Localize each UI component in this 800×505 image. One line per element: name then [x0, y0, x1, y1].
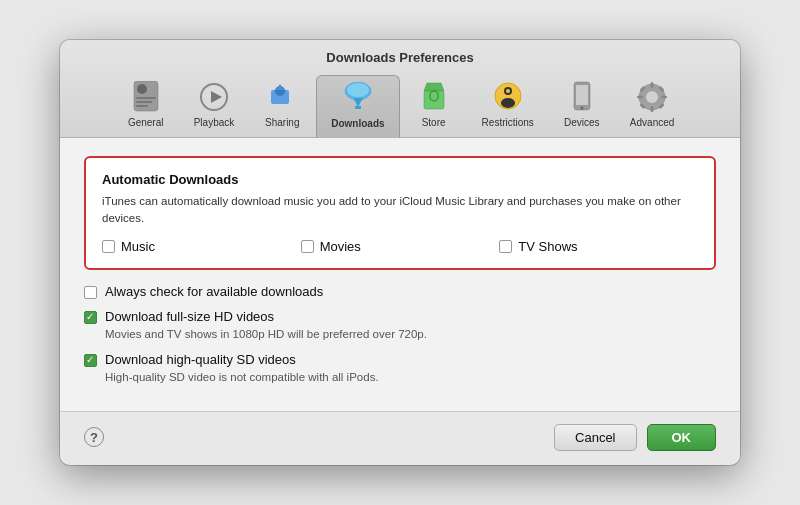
svg-rect-13 [355, 106, 361, 109]
toolbar: General Playback [92, 75, 709, 137]
svg-rect-2 [136, 97, 156, 99]
svg-rect-1 [137, 84, 147, 94]
hd-videos-title: Download full-size HD videos [105, 309, 427, 324]
content-area: Automatic Downloads iTunes can automatic… [60, 138, 740, 411]
devices-icon [566, 81, 598, 113]
help-button[interactable]: ? [84, 427, 104, 447]
sharing-icon [266, 81, 298, 113]
svg-marker-12 [353, 98, 363, 107]
svg-point-22 [580, 107, 583, 110]
auto-downloads-desc: iTunes can automatically download music … [102, 193, 698, 226]
devices-label: Devices [564, 117, 600, 128]
movies-label: Movies [320, 239, 361, 254]
restrictions-label: Restrictions [482, 117, 534, 128]
hd-videos-checkbox[interactable] [84, 311, 97, 324]
bottom-bar: ? Cancel OK [60, 411, 740, 465]
svg-rect-3 [136, 101, 152, 103]
svg-rect-21 [576, 85, 588, 105]
general-icon [130, 81, 162, 113]
action-buttons: Cancel OK [554, 424, 716, 451]
movies-checkbox[interactable] [301, 240, 314, 253]
music-checkbox[interactable] [102, 240, 115, 253]
svg-rect-26 [651, 106, 654, 112]
toolbar-item-devices[interactable]: Devices [548, 75, 616, 137]
tv-shows-label: TV Shows [518, 239, 577, 254]
option-sd-videos: Download high-quality SD videos High-qua… [84, 352, 716, 385]
toolbar-item-playback[interactable]: Playback [180, 75, 249, 137]
music-label: Music [121, 239, 155, 254]
option-check-available: Always check for available downloads [84, 284, 716, 299]
toolbar-item-general[interactable]: General [112, 75, 180, 137]
music-checkbox-item: Music [102, 239, 301, 254]
store-icon [418, 81, 450, 113]
svg-point-19 [506, 89, 510, 93]
auto-downloads-title: Automatic Downloads [102, 172, 698, 187]
toolbar-item-sharing[interactable]: Sharing [248, 75, 316, 137]
window-title: Downloads Preferences [326, 50, 473, 65]
advanced-label: Advanced [630, 117, 674, 128]
sd-videos-title: Download high-quality SD videos [105, 352, 379, 367]
auto-downloads-section: Automatic Downloads iTunes can automatic… [84, 156, 716, 269]
toolbar-item-advanced[interactable]: Advanced [616, 75, 688, 137]
toolbar-item-downloads[interactable]: Downloads [316, 75, 399, 138]
svg-rect-14 [424, 91, 444, 109]
svg-rect-28 [661, 96, 667, 99]
downloads-label: Downloads [331, 118, 384, 129]
movies-checkbox-item: Movies [301, 239, 500, 254]
titlebar: Downloads Preferences General [60, 40, 740, 138]
ok-button[interactable]: OK [647, 424, 717, 451]
cancel-button[interactable]: Cancel [554, 424, 636, 451]
check-available-checkbox[interactable] [84, 286, 97, 299]
downloads-icon [342, 82, 374, 114]
sd-videos-checkbox[interactable] [84, 354, 97, 367]
tv-shows-checkbox[interactable] [499, 240, 512, 253]
option-hd-videos: Download full-size HD videos Movies and … [84, 309, 716, 342]
svg-point-24 [646, 91, 658, 103]
preferences-window: Downloads Preferences General [60, 40, 740, 465]
sharing-label: Sharing [265, 117, 299, 128]
svg-rect-27 [637, 96, 643, 99]
general-label: General [128, 117, 164, 128]
svg-marker-6 [211, 91, 222, 103]
tv-shows-checkbox-item: TV Shows [499, 239, 698, 254]
playback-label: Playback [194, 117, 235, 128]
svg-point-11 [347, 83, 369, 97]
restrictions-icon [492, 81, 524, 113]
svg-rect-25 [651, 82, 654, 88]
toolbar-item-restrictions[interactable]: Restrictions [468, 75, 548, 137]
toolbar-item-store[interactable]: Store [400, 75, 468, 137]
playback-icon [198, 81, 230, 113]
check-available-title: Always check for available downloads [105, 284, 323, 299]
store-label: Store [422, 117, 446, 128]
hd-videos-desc: Movies and TV shows in 1080p HD will be … [105, 326, 427, 342]
svg-rect-4 [136, 105, 148, 107]
svg-point-18 [501, 98, 515, 108]
advanced-icon [636, 81, 668, 113]
auto-downloads-checkboxes: Music Movies TV Shows [102, 239, 698, 254]
sd-videos-desc: High-quality SD video is not compatible … [105, 369, 379, 385]
